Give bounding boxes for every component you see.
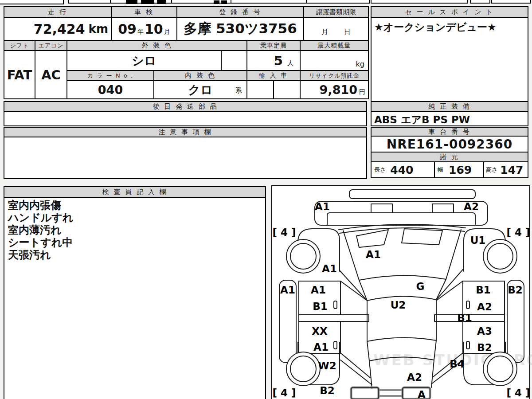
inspection-year: 09 (118, 21, 137, 37)
color-no-value: 040 (66, 80, 154, 99)
chassis-value: NRE161-0092360 (371, 136, 528, 153)
recycle-unit: 円 (359, 88, 365, 96)
damage-code-right-front-door-1: B1 (476, 284, 491, 296)
max-load-cell: kg (300, 50, 369, 71)
inspection-month: 10 (145, 21, 163, 37)
damage-code-left-front-door-2: B1 (313, 301, 328, 312)
damage-code-right-rear-door-1: A3 (477, 325, 492, 337)
cropped-top-cell (68, 0, 111, 4)
damage-code-left-rear-door-1: XX (312, 325, 327, 337)
damage-code-hood: A1 (366, 249, 381, 260)
capacity-cell: 5 人 (246, 50, 301, 71)
cropped-text-fragment (221, 0, 227, 4)
registration-header: 登 録 番 号 (176, 6, 304, 18)
interior-color-value: クロ (188, 82, 212, 98)
specs-header: 諸 元 (371, 152, 528, 162)
inspection-cell: 09 年 10 月 (111, 17, 177, 41)
inspector-note: 天張汚れ (8, 249, 262, 261)
damage-code-front-bumper-right: A2 (464, 201, 479, 212)
length-label: 長さ (374, 166, 386, 174)
recycle-value: 9,810 (320, 83, 357, 97)
shift-header: シフト (4, 40, 35, 51)
tire-tread-front-right: [ 4 ] (506, 227, 530, 238)
inspection-month-unit: 月 (164, 28, 170, 36)
damage-code-front-bumper-left: A1 (315, 201, 330, 212)
damage-code-right-front-fender: U1 (470, 235, 486, 246)
recycle-header: リサイクル預託金 (300, 70, 369, 81)
damage-code-left-rocker: A1 (280, 284, 295, 296)
genuine-equipment-header: 純 正 装 備 (371, 101, 528, 112)
cropped-top-cell (0, 0, 64, 4)
damage-code-left-rear-door-2: A1 (313, 341, 329, 353)
aircon-header: エアコン (35, 40, 67, 51)
damage-code-right-rocker: B2 (508, 284, 523, 296)
exterior-color-header: 外 装 色 (66, 40, 247, 51)
shift-value: FAT (4, 50, 35, 99)
chassis-header: 車 台 番 号 (371, 127, 528, 137)
sales-point-header: セ ー ル ス ポ イ ン ト (371, 6, 528, 18)
deadline-cell: 月 日 (303, 17, 369, 41)
mileage-unit: km (89, 22, 108, 35)
registration-value: 多摩 530ツ3756 (184, 20, 297, 38)
damage-code-left-rear-bottom: B2 (320, 385, 335, 396)
damage-code-left-front-door-1: A1 (311, 284, 326, 296)
damage-code-tail-light: A (418, 389, 426, 399)
later-parts-header: 後 日 発 送 部 品 (4, 101, 367, 112)
cropped-top-cell (231, 0, 307, 4)
damage-code-windshield: G (416, 281, 425, 292)
deadline-month-label: 月 (321, 28, 328, 36)
inspector-note: 室内内張傷 (8, 199, 262, 211)
capacity-header: 乗車定員 (246, 40, 301, 51)
damage-code-right-sill: B1 (457, 312, 472, 324)
cropped-text-fragment (141, 0, 154, 4)
recycle-cell: 9,810 円 (300, 80, 369, 99)
damage-code-right-rear-door-2: B2 (477, 342, 492, 353)
mileage-header: 走 行 (4, 6, 112, 18)
damage-code-left-front-fender: A1 (322, 263, 337, 274)
cropped-text-fragment (214, 0, 219, 4)
height-value: 147 (500, 164, 523, 176)
genuine-equipment-cell: ABS エアB PS PW (371, 111, 528, 126)
width-label: 幅 (438, 166, 443, 174)
tire-tread-rear-left: [ 4 ] (272, 387, 296, 399)
length-value: 440 (390, 164, 413, 176)
later-parts-cell (4, 111, 367, 126)
auction-sheet: 走 行 車 検 登 録 番 号 譲渡書類期限 72,424 km 09 年 10… (0, 0, 532, 399)
damage-code-right-front-door-2: A2 (477, 301, 492, 313)
inspection-year-unit: 年 (137, 28, 144, 36)
cropped-top-cell (470, 0, 490, 4)
import-empty-cell (273, 80, 301, 99)
inspector-header: 検 査 員 記 入 欄 (4, 186, 266, 198)
mileage-cell: 72,424 km (4, 17, 112, 41)
damage-code-right-rear-quarter: B4 (450, 358, 465, 370)
cropped-top-cell (371, 0, 468, 4)
height-label: 高さ (486, 166, 497, 174)
damage-code-left-rear-wheel: W2 (318, 360, 336, 372)
aircon-value: AC (35, 50, 67, 99)
width-cell: 幅 169 (434, 161, 484, 178)
color-no-header: カ ラ ー N o . (66, 70, 154, 81)
caution-notes-header: 注 意 事 項 欄 (4, 127, 367, 137)
inspector-note: ハンドルすれ (8, 211, 262, 224)
cropped-top-cell (491, 0, 531, 4)
inspector-note: シートすれ中 (8, 236, 262, 249)
exterior-color-empty-cell (221, 50, 247, 71)
tire-tread-rear-right: [ 4 ] (506, 387, 530, 399)
tire-tread-front-left: [ 4 ] (272, 227, 296, 238)
import-empty-cell (246, 80, 274, 99)
deadline-day-label: 日 (344, 28, 351, 36)
deadline-header: 譲渡書類期限 (303, 6, 369, 18)
height-cell: 高さ 147 (483, 161, 528, 178)
mileage-value: 72,424 (34, 21, 85, 37)
inspector-note: 室内薄汚れ (8, 224, 262, 236)
damage-diagram-panel: WEB STUDIO PRO (271, 185, 530, 399)
max-load-header: 最大積載量 (300, 40, 369, 51)
damage-code-trunk: A2 (407, 372, 422, 383)
interior-color-header: 内 装 色 (153, 70, 247, 81)
inspector-cell: 室内内張傷 ハンドルすれ 室内薄汚れ シートすれ中 天張汚れ (4, 197, 266, 399)
cropped-top-cell (306, 0, 370, 4)
sales-point-cell: ★オークションデビュー★ (371, 17, 528, 102)
width-value: 169 (449, 164, 472, 176)
length-cell: 長さ 440 (371, 161, 435, 178)
damage-code-roof: U2 (391, 299, 406, 311)
